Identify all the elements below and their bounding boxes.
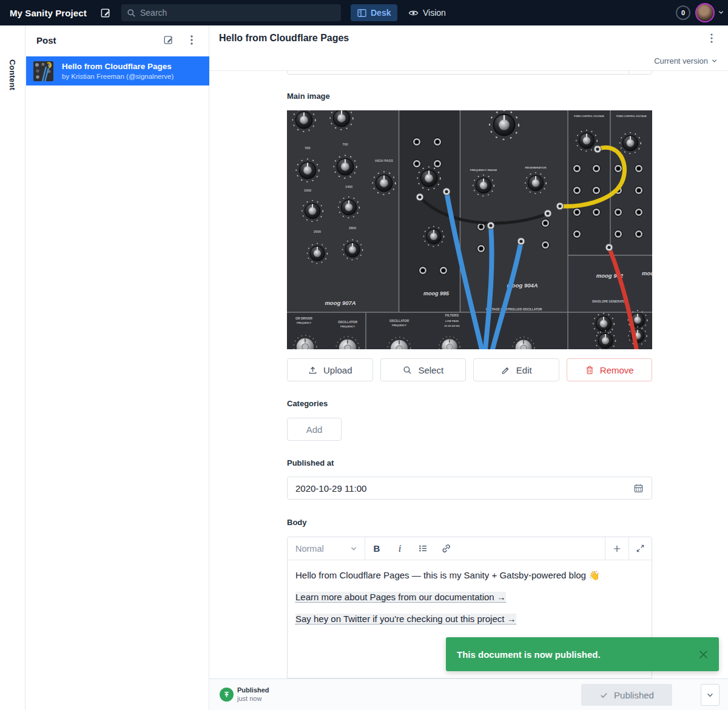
search-input[interactable]	[140, 8, 322, 18]
body-paragraph: Say hey on Twitter if you're checking ou…	[295, 612, 644, 626]
global-search	[121, 4, 341, 21]
field-label-published-at: Published at	[287, 458, 334, 467]
version-selector[interactable]: Current version	[209, 51, 728, 71]
svg-text:OSCILLATOR: OSCILLATOR	[338, 320, 357, 324]
editor-toolbar: Normal B i	[288, 537, 652, 560]
user-avatar[interactable]	[695, 3, 715, 22]
sanity-studio-app: My Sanity Project Desk Vision 0	[0, 0, 728, 710]
upload-icon	[308, 365, 318, 375]
field-label-categories: Categories	[287, 399, 328, 408]
trash-icon	[585, 365, 595, 375]
desk-tab-label: Desk	[371, 8, 391, 18]
toast-message: This document is now published.	[457, 649, 601, 660]
svg-text:FREQUENCY: FREQUENCY	[340, 326, 355, 328]
svg-text:1400: 1400	[345, 185, 352, 189]
rail-item-content[interactable]: Content	[8, 59, 17, 90]
plus-icon	[612, 544, 622, 554]
link-button[interactable]	[434, 537, 457, 560]
publish-button[interactable]: Published	[581, 684, 672, 706]
insert-block-button[interactable]	[605, 537, 629, 560]
list-pane-title: Post	[36, 35, 56, 45]
svg-text:2000: 2000	[314, 230, 321, 233]
document-title: Hello from Cloudflare Pages	[219, 33, 349, 44]
svg-text:2800: 2800	[349, 226, 356, 230]
svg-text:700: 700	[342, 142, 348, 146]
version-label: Current version	[654, 56, 708, 65]
text-style-select[interactable]: Normal	[288, 537, 365, 560]
vision-tab-label: Vision	[423, 8, 446, 18]
list-pane-header: Post	[26, 25, 209, 55]
italic-button[interactable]: i	[388, 537, 411, 560]
document-list-pane: Post Hello from Cloudflare Pages by Kris…	[26, 25, 209, 710]
tab-desk[interactable]: Desk	[351, 4, 397, 21]
tool-rail: Content	[0, 25, 25, 710]
document-footer: Published just now Published	[209, 678, 728, 710]
new-document-button[interactable]	[99, 6, 112, 19]
create-new-button[interactable]	[162, 33, 175, 47]
bold-button[interactable]: B	[365, 537, 388, 560]
field-label-main-image: Main image	[287, 92, 330, 101]
svg-text:OR DRIVER: OR DRIVER	[295, 316, 312, 320]
close-icon[interactable]	[699, 650, 708, 659]
svg-text:moog: moog	[642, 270, 652, 276]
svg-text:ENVELOPE GENERATOR: ENVELOPE GENERATOR	[592, 300, 627, 303]
svg-text:FIXED CONTROL VOLTAGE: FIXED CONTROL VOLTAGE	[574, 115, 604, 118]
tab-vision[interactable]: Vision	[402, 4, 453, 21]
kebab-menu-icon[interactable]	[185, 33, 198, 47]
svg-text:1000: 1000	[304, 189, 311, 192]
svg-text:FREQUENCY RANGE: FREQUENCY RANGE	[470, 169, 497, 172]
search-icon	[402, 365, 413, 375]
search-icon	[127, 8, 136, 18]
select-button[interactable]: Select	[380, 358, 467, 381]
notifications-badge[interactable]: 0	[676, 5, 690, 20]
svg-text:moog 995: moog 995	[423, 290, 450, 296]
body-paragraph: Learn more about Pages from our document…	[295, 590, 644, 604]
publish-menu-button[interactable]	[701, 684, 720, 706]
svg-text:FILTERS: FILTERS	[445, 313, 459, 317]
body-paragraph: Hello from Cloudflare Pages — this is my…	[295, 568, 644, 582]
svg-text:VOLTAGE CONTROLLED OSCILLATOR: VOLTAGE CONTROLLED OSCILLATOR	[486, 307, 542, 311]
status-timestamp: just now	[237, 695, 269, 702]
success-toast: This document is now published.	[446, 637, 719, 671]
add-category-button[interactable]: Add	[287, 418, 342, 441]
editor-content[interactable]: Hello from Cloudflare Pages — this is my…	[288, 560, 652, 641]
check-icon	[599, 691, 608, 700]
bullet-list-button[interactable]	[411, 537, 434, 560]
svg-text:HIGH PASS: HIGH PASS	[375, 159, 393, 162]
list-item-thumbnail	[33, 61, 53, 81]
main-image-preview[interactable]: 50070010001400 20002800HIGH PASS moog 90…	[287, 110, 652, 349]
kebab-menu-icon[interactable]	[705, 32, 718, 45]
svg-text:LOW PASS: LOW PASS	[445, 320, 459, 323]
image-actions: Upload Select Edit	[287, 358, 652, 381]
svg-text:FREQUENCY: FREQUENCY	[297, 322, 311, 324]
list-item-title: Hello from Cloudflare Pages	[62, 62, 174, 71]
chevron-down-icon[interactable]	[718, 10, 724, 15]
eye-icon	[408, 8, 419, 18]
link-icon	[441, 543, 451, 554]
bullet-list-icon	[418, 543, 428, 554]
document-form: Main image	[209, 71, 728, 678]
remove-button[interactable]: Remove	[567, 358, 653, 381]
desk-icon	[357, 8, 366, 18]
calendar-icon[interactable]	[633, 483, 644, 494]
status-title: Published	[237, 686, 269, 694]
document-header: Hello from Cloudflare Pages	[209, 25, 728, 51]
synthesizer-photo: 50070010001400 20002800HIGH PASS moog 90…	[287, 110, 652, 349]
slug-field-partial[interactable]	[287, 71, 652, 75]
published-at-field	[287, 477, 652, 500]
edit-button[interactable]: Edit	[473, 358, 559, 381]
field-label-body: Body	[287, 518, 307, 527]
upload-button[interactable]: Upload	[287, 358, 373, 381]
list-item[interactable]: Hello from Cloudflare Pages by Kristian …	[26, 56, 209, 85]
chevron-down-icon	[351, 546, 357, 552]
svg-text:REGENERATION: REGENERATION	[525, 166, 546, 169]
list-item-subtitle: by Kristian Freeman (@signalnerve)	[62, 73, 174, 80]
publish-status-icon	[220, 688, 234, 702]
published-at-input[interactable]	[295, 483, 633, 494]
svg-text:50 100 200 500: 50 100 200 500	[445, 325, 460, 327]
svg-text:OSCILLATOR: OSCILLATOR	[389, 319, 409, 323]
body-link[interactable]: Say hey on Twitter if you're checking ou…	[295, 614, 516, 625]
expand-icon[interactable]	[629, 537, 652, 560]
document-pane: Hello from Cloudflare Pages Current vers…	[209, 25, 728, 710]
body-link[interactable]: Learn more about Pages from our document…	[295, 592, 506, 603]
